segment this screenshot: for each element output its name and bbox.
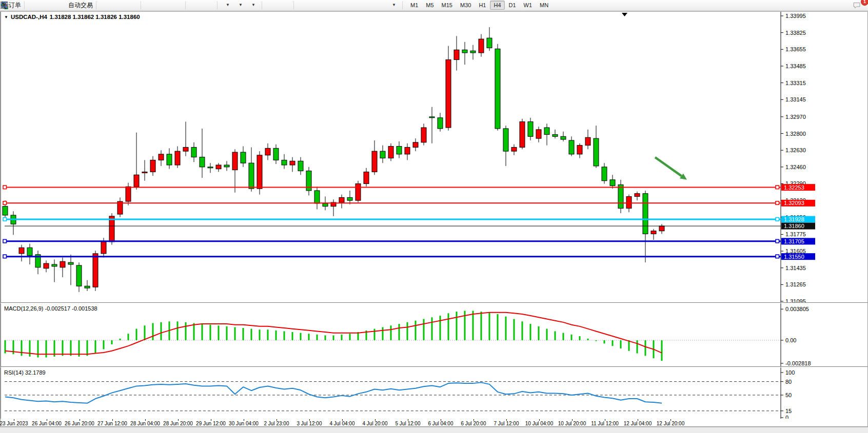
tile-windows-button[interactable] bbox=[171, 1, 183, 10]
auto-scroll-button[interactable] bbox=[190, 1, 202, 10]
hline-handle[interactable] bbox=[776, 239, 779, 243]
macd-histogram-bar bbox=[522, 321, 523, 340]
new-chart-dropdown[interactable]: ▼ bbox=[222, 1, 234, 10]
timeframe-MN[interactable]: MN bbox=[536, 1, 552, 10]
macd-histogram-bar bbox=[161, 322, 162, 340]
notifications-button[interactable]: 1 bbox=[853, 1, 865, 10]
hline-handle[interactable] bbox=[3, 255, 7, 258]
timeframe-M5[interactable]: M5 bbox=[422, 1, 437, 10]
macd-histogram-bar bbox=[341, 335, 343, 340]
arrows-dropdown[interactable]: ▼ bbox=[388, 1, 400, 10]
periods-dropdown[interactable]: ▼ bbox=[234, 1, 247, 10]
candle-up bbox=[44, 263, 49, 269]
hline-handle[interactable] bbox=[3, 239, 7, 243]
macd-histogram-bar bbox=[563, 333, 564, 340]
macd-panel[interactable]: 0.0038050.00-0.002818 bbox=[1, 303, 867, 366]
bar-chart-mode-button[interactable] bbox=[101, 1, 113, 10]
text-tool[interactable]: A bbox=[362, 1, 374, 10]
candle-down bbox=[569, 140, 574, 154]
candle-up bbox=[175, 151, 180, 165]
hline-price-tag-text: 1.32253 bbox=[784, 184, 804, 191]
crosshair-tool-button[interactable] bbox=[279, 1, 291, 10]
candle-down bbox=[241, 152, 246, 163]
navigator-button[interactable] bbox=[42, 1, 54, 10]
time-label: 11 Jul 12:00 bbox=[591, 421, 619, 426]
macd-histogram-bar bbox=[423, 319, 425, 340]
main-price-panel[interactable]: 1.339951.338251.336551.334851.333151.331… bbox=[1, 12, 867, 302]
macd-histogram-bar bbox=[620, 340, 622, 348]
candle-up bbox=[520, 121, 525, 147]
candle-up bbox=[93, 254, 98, 287]
candle-down bbox=[208, 167, 213, 168]
macd-histogram-bar bbox=[103, 340, 105, 349]
chart-collapse-icon[interactable]: ▼ bbox=[4, 15, 8, 19]
timeframe-group: M1M5M15M30H1H4D1W1MN bbox=[407, 1, 552, 10]
candle-down bbox=[561, 136, 566, 139]
hline-handle[interactable] bbox=[776, 185, 779, 189]
macd-histogram-bar bbox=[579, 336, 581, 340]
zoom-out-button[interactable] bbox=[158, 1, 170, 10]
macd-histogram-bar bbox=[530, 324, 531, 340]
candle-up bbox=[60, 261, 65, 267]
candle-down bbox=[495, 49, 500, 129]
templates-dropdown[interactable]: ▼ bbox=[247, 1, 260, 10]
trendline-tool[interactable] bbox=[324, 1, 336, 10]
timeframe-W1[interactable]: W1 bbox=[520, 1, 536, 10]
hline-handle[interactable] bbox=[3, 218, 7, 221]
zoom-in-button[interactable] bbox=[145, 1, 157, 10]
candle-up bbox=[413, 142, 418, 148]
macd-histogram-bar bbox=[218, 325, 220, 340]
candle-up bbox=[339, 197, 344, 202]
autotrading-button[interactable]: 自动交易 bbox=[67, 1, 94, 10]
separator bbox=[293, 2, 296, 9]
candle-up bbox=[134, 175, 139, 187]
market-watch-button[interactable] bbox=[29, 1, 41, 10]
vertical-line-tool[interactable] bbox=[298, 1, 310, 10]
timeframe-M15[interactable]: M15 bbox=[438, 1, 456, 10]
candle-down bbox=[167, 154, 172, 165]
hline-price-tag-text: 1.31928 bbox=[784, 216, 804, 222]
hline-price-tag-text: 1.31860 bbox=[784, 223, 804, 229]
terminal-button[interactable] bbox=[54, 1, 67, 10]
equidistant-channel-tool[interactable]: E bbox=[337, 1, 349, 10]
timeframe-D1[interactable]: D1 bbox=[505, 1, 520, 10]
price-tick-label: 1.33145 bbox=[785, 96, 806, 102]
separator bbox=[217, 2, 220, 9]
hline-handle[interactable] bbox=[776, 218, 779, 221]
cursor-tool-button[interactable] bbox=[266, 1, 279, 10]
chart-shift-button[interactable] bbox=[203, 1, 215, 10]
timeframe-M30[interactable]: M30 bbox=[457, 1, 475, 10]
macd-histogram-bar bbox=[538, 326, 540, 340]
candle-up bbox=[536, 130, 541, 138]
time-axis[interactable]: 23 Jun 202326 Jun 04:0026 Jun 20:0027 Ju… bbox=[1, 419, 867, 427]
candle-up bbox=[183, 147, 188, 151]
search-button[interactable] bbox=[836, 1, 849, 10]
rsi-line bbox=[5, 382, 662, 403]
macd-histogram-bar bbox=[456, 312, 458, 340]
hline-handle[interactable] bbox=[3, 185, 7, 189]
chart-shift-marker[interactable] bbox=[622, 13, 627, 16]
macd-histogram-bar bbox=[431, 317, 433, 340]
text-label-tool[interactable]: T bbox=[375, 1, 387, 10]
macd-histogram-bar bbox=[628, 340, 630, 351]
timeframe-M1[interactable]: M1 bbox=[407, 1, 422, 10]
candle-down bbox=[191, 147, 196, 157]
hline-handle[interactable] bbox=[3, 201, 7, 205]
fibonacci-tool[interactable]: F bbox=[349, 1, 362, 10]
macd-indicator-label: MACD(12,26,9) -0.002517 -0.001538 bbox=[4, 305, 97, 312]
timeframe-H4[interactable]: H4 bbox=[490, 1, 504, 10]
macd-histogram-bar bbox=[390, 325, 392, 340]
macd-tick-label: -0.002818 bbox=[785, 360, 811, 366]
annotation-arrow[interactable] bbox=[655, 157, 681, 176]
hline-handle[interactable] bbox=[776, 255, 779, 258]
horizontal-line-tool[interactable] bbox=[311, 1, 323, 10]
rsi-panel[interactable]: 1008050150 bbox=[1, 367, 867, 419]
candle-down bbox=[553, 134, 558, 136]
timeframe-H1[interactable]: H1 bbox=[475, 1, 489, 10]
candlestick-mode-button[interactable] bbox=[113, 1, 126, 10]
line-chart-mode-button[interactable] bbox=[126, 1, 139, 10]
candle-down bbox=[487, 38, 492, 48]
macd-histogram-bar bbox=[587, 339, 589, 340]
candle-up bbox=[585, 137, 590, 145]
hline-handle[interactable] bbox=[776, 201, 779, 205]
